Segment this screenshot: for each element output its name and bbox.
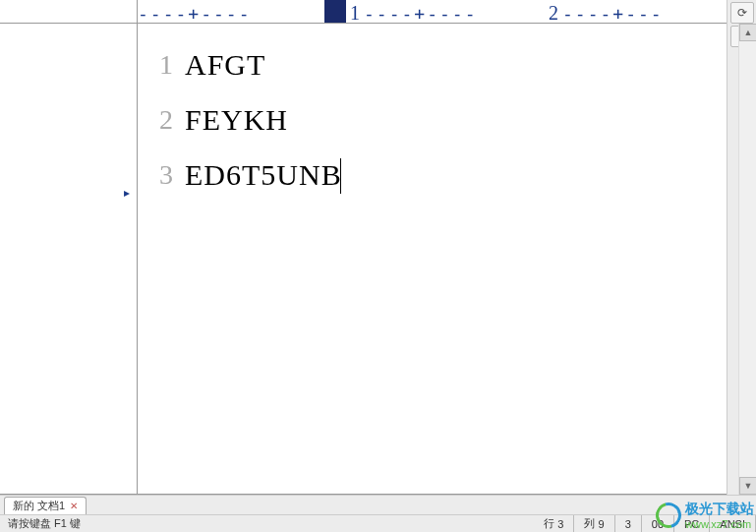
status-pc: PC — [674, 515, 710, 532]
code-text: ED6T5UNB — [185, 158, 342, 191]
left-panel-header — [0, 0, 138, 24]
line-number: 1 — [138, 41, 179, 96]
status-zeros: 00 — [642, 515, 674, 532]
ruler-dashes: ----+---- — [138, 3, 252, 24]
code-line[interactable]: AFGT — [185, 41, 727, 96]
line-number-text: 3 — [159, 159, 173, 190]
tab-close-icon[interactable]: ✕ — [70, 501, 78, 511]
right-sidebar: D ▲ ▼ — [727, 24, 756, 495]
ruler[interactable]: ----+---- 1 ----+---- 2 ----+--- — [138, 0, 727, 24]
code-text: FEYKH — [185, 103, 288, 136]
ruler-cursor[interactable] — [324, 0, 346, 24]
code-line[interactable]: ED6T5UNB — [185, 151, 727, 207]
left-panel[interactable] — [0, 24, 138, 495]
current-line-marker-icon: ▸ — [124, 169, 130, 216]
vertical-scrollbar[interactable]: ▲ ▼ — [738, 24, 756, 495]
ruler-dashes: ----+--- — [562, 3, 664, 24]
right-toolbar: ⟳ — [727, 0, 756, 24]
scroll-down-button[interactable]: ▼ — [739, 477, 756, 495]
refresh-button[interactable]: ⟳ — [730, 2, 754, 24]
app-container: ----+---- 1 ----+---- 2 ----+--- ⟳ 1 2 ▸… — [0, 0, 756, 532]
line-number-gutter: 1 2 ▸ 3 — [138, 24, 179, 494]
text-caret — [340, 158, 341, 194]
status-hint: 请按键盘 F1 键 — [0, 516, 534, 531]
status-encoding: ANSI — [710, 515, 756, 532]
ruler-number-1: 1 — [348, 2, 362, 24]
editor[interactable]: 1 2 ▸ 3 AFGT FEYKH ED6T5UNB — [138, 24, 727, 495]
code-line[interactable]: FEYKH — [185, 96, 727, 151]
code-area[interactable]: AFGT FEYKH ED6T5UNB — [179, 24, 727, 494]
line-number: ▸ 3 — [138, 151, 179, 207]
status-bar: 请按键盘 F1 键 行 3 列 9 3 00 PC ANSI — [0, 514, 756, 532]
main-row: 1 2 ▸ 3 AFGT FEYKH ED6T5UNB D ▲ ▼ — [0, 24, 756, 495]
document-tab[interactable]: 新的 文档1 ✕ — [4, 497, 87, 514]
ruler-number-2: 2 — [547, 2, 560, 24]
ruler-dashes: ----+---- — [364, 3, 478, 24]
tab-label: 新的 文档1 — [13, 499, 65, 513]
code-text: AFGT — [185, 48, 265, 81]
status-col: 列 9 — [574, 515, 614, 532]
scroll-up-button[interactable]: ▲ — [739, 24, 756, 41]
top-row: ----+---- 1 ----+---- 2 ----+--- ⟳ — [0, 0, 756, 24]
line-number: 2 — [138, 96, 179, 151]
status-row: 行 3 — [534, 515, 574, 532]
tab-bar: 新的 文档1 ✕ — [0, 495, 756, 514]
status-sel: 3 — [615, 515, 642, 532]
